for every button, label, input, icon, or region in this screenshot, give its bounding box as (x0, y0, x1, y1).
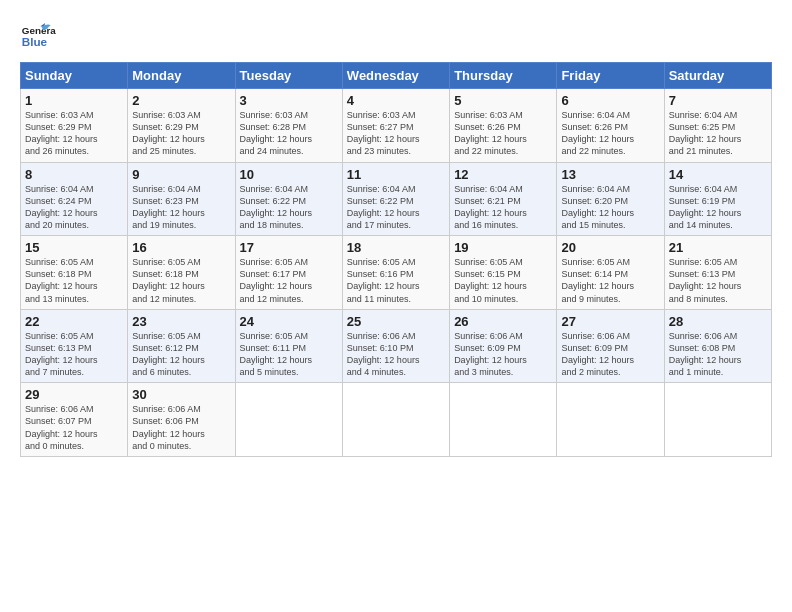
day-number: 24 (240, 314, 338, 329)
header-cell-tuesday: Tuesday (235, 63, 342, 89)
day-info: Sunrise: 6:03 AMSunset: 6:28 PMDaylight:… (240, 109, 338, 158)
day-cell: 8Sunrise: 6:04 AMSunset: 6:24 PMDaylight… (21, 162, 128, 236)
day-number: 9 (132, 167, 230, 182)
day-info: Sunrise: 6:05 AMSunset: 6:13 PMDaylight:… (669, 256, 767, 305)
day-cell: 5Sunrise: 6:03 AMSunset: 6:26 PMDaylight… (450, 89, 557, 163)
day-cell (557, 383, 664, 457)
svg-text:Blue: Blue (22, 35, 48, 48)
day-info: Sunrise: 6:06 AMSunset: 6:06 PMDaylight:… (132, 403, 230, 452)
day-cell: 18Sunrise: 6:05 AMSunset: 6:16 PMDayligh… (342, 236, 449, 310)
day-info: Sunrise: 6:05 AMSunset: 6:14 PMDaylight:… (561, 256, 659, 305)
day-number: 17 (240, 240, 338, 255)
day-cell: 14Sunrise: 6:04 AMSunset: 6:19 PMDayligh… (664, 162, 771, 236)
day-info: Sunrise: 6:03 AMSunset: 6:29 PMDaylight:… (25, 109, 123, 158)
day-cell: 20Sunrise: 6:05 AMSunset: 6:14 PMDayligh… (557, 236, 664, 310)
day-number: 11 (347, 167, 445, 182)
day-cell: 21Sunrise: 6:05 AMSunset: 6:13 PMDayligh… (664, 236, 771, 310)
day-info: Sunrise: 6:06 AMSunset: 6:09 PMDaylight:… (561, 330, 659, 379)
day-cell: 15Sunrise: 6:05 AMSunset: 6:18 PMDayligh… (21, 236, 128, 310)
day-number: 22 (25, 314, 123, 329)
day-number: 2 (132, 93, 230, 108)
day-number: 19 (454, 240, 552, 255)
header: General Blue (20, 18, 772, 54)
day-cell: 2Sunrise: 6:03 AMSunset: 6:29 PMDaylight… (128, 89, 235, 163)
day-cell: 26Sunrise: 6:06 AMSunset: 6:09 PMDayligh… (450, 309, 557, 383)
day-cell: 28Sunrise: 6:06 AMSunset: 6:08 PMDayligh… (664, 309, 771, 383)
day-info: Sunrise: 6:05 AMSunset: 6:12 PMDaylight:… (132, 330, 230, 379)
page: General Blue SundayMondayTuesdayWednesda… (0, 0, 792, 467)
day-number: 20 (561, 240, 659, 255)
day-info: Sunrise: 6:06 AMSunset: 6:10 PMDaylight:… (347, 330, 445, 379)
day-number: 4 (347, 93, 445, 108)
header-cell-saturday: Saturday (664, 63, 771, 89)
day-number: 16 (132, 240, 230, 255)
day-info: Sunrise: 6:04 AMSunset: 6:25 PMDaylight:… (669, 109, 767, 158)
day-info: Sunrise: 6:04 AMSunset: 6:21 PMDaylight:… (454, 183, 552, 232)
week-row: 29Sunrise: 6:06 AMSunset: 6:07 PMDayligh… (21, 383, 772, 457)
day-cell: 1Sunrise: 6:03 AMSunset: 6:29 PMDaylight… (21, 89, 128, 163)
day-number: 6 (561, 93, 659, 108)
day-info: Sunrise: 6:06 AMSunset: 6:09 PMDaylight:… (454, 330, 552, 379)
week-row: 15Sunrise: 6:05 AMSunset: 6:18 PMDayligh… (21, 236, 772, 310)
day-number: 12 (454, 167, 552, 182)
header-cell-wednesday: Wednesday (342, 63, 449, 89)
day-cell: 24Sunrise: 6:05 AMSunset: 6:11 PMDayligh… (235, 309, 342, 383)
day-cell: 9Sunrise: 6:04 AMSunset: 6:23 PMDaylight… (128, 162, 235, 236)
week-row: 22Sunrise: 6:05 AMSunset: 6:13 PMDayligh… (21, 309, 772, 383)
day-number: 25 (347, 314, 445, 329)
day-info: Sunrise: 6:04 AMSunset: 6:22 PMDaylight:… (240, 183, 338, 232)
logo: General Blue (20, 18, 60, 54)
day-number: 15 (25, 240, 123, 255)
day-cell: 19Sunrise: 6:05 AMSunset: 6:15 PMDayligh… (450, 236, 557, 310)
day-cell: 13Sunrise: 6:04 AMSunset: 6:20 PMDayligh… (557, 162, 664, 236)
day-info: Sunrise: 6:05 AMSunset: 6:18 PMDaylight:… (25, 256, 123, 305)
header-cell-monday: Monday (128, 63, 235, 89)
day-number: 23 (132, 314, 230, 329)
calendar-table: SundayMondayTuesdayWednesdayThursdayFrid… (20, 62, 772, 457)
header-cell-friday: Friday (557, 63, 664, 89)
day-info: Sunrise: 6:03 AMSunset: 6:27 PMDaylight:… (347, 109, 445, 158)
day-cell: 12Sunrise: 6:04 AMSunset: 6:21 PMDayligh… (450, 162, 557, 236)
day-info: Sunrise: 6:06 AMSunset: 6:07 PMDaylight:… (25, 403, 123, 452)
day-info: Sunrise: 6:05 AMSunset: 6:17 PMDaylight:… (240, 256, 338, 305)
day-cell: 7Sunrise: 6:04 AMSunset: 6:25 PMDaylight… (664, 89, 771, 163)
week-row: 8Sunrise: 6:04 AMSunset: 6:24 PMDaylight… (21, 162, 772, 236)
day-info: Sunrise: 6:06 AMSunset: 6:08 PMDaylight:… (669, 330, 767, 379)
header-cell-thursday: Thursday (450, 63, 557, 89)
day-cell: 30Sunrise: 6:06 AMSunset: 6:06 PMDayligh… (128, 383, 235, 457)
day-number: 5 (454, 93, 552, 108)
day-info: Sunrise: 6:05 AMSunset: 6:13 PMDaylight:… (25, 330, 123, 379)
day-info: Sunrise: 6:05 AMSunset: 6:15 PMDaylight:… (454, 256, 552, 305)
day-info: Sunrise: 6:03 AMSunset: 6:26 PMDaylight:… (454, 109, 552, 158)
day-number: 3 (240, 93, 338, 108)
day-cell (235, 383, 342, 457)
day-info: Sunrise: 6:03 AMSunset: 6:29 PMDaylight:… (132, 109, 230, 158)
day-info: Sunrise: 6:04 AMSunset: 6:23 PMDaylight:… (132, 183, 230, 232)
day-number: 27 (561, 314, 659, 329)
day-number: 29 (25, 387, 123, 402)
day-info: Sunrise: 6:04 AMSunset: 6:26 PMDaylight:… (561, 109, 659, 158)
day-cell (664, 383, 771, 457)
day-number: 21 (669, 240, 767, 255)
day-info: Sunrise: 6:04 AMSunset: 6:19 PMDaylight:… (669, 183, 767, 232)
day-number: 30 (132, 387, 230, 402)
day-cell (450, 383, 557, 457)
day-cell: 27Sunrise: 6:06 AMSunset: 6:09 PMDayligh… (557, 309, 664, 383)
day-cell: 17Sunrise: 6:05 AMSunset: 6:17 PMDayligh… (235, 236, 342, 310)
day-info: Sunrise: 6:04 AMSunset: 6:20 PMDaylight:… (561, 183, 659, 232)
day-info: Sunrise: 6:04 AMSunset: 6:24 PMDaylight:… (25, 183, 123, 232)
day-number: 8 (25, 167, 123, 182)
day-number: 18 (347, 240, 445, 255)
day-info: Sunrise: 6:05 AMSunset: 6:18 PMDaylight:… (132, 256, 230, 305)
header-cell-sunday: Sunday (21, 63, 128, 89)
day-cell: 16Sunrise: 6:05 AMSunset: 6:18 PMDayligh… (128, 236, 235, 310)
day-number: 7 (669, 93, 767, 108)
day-number: 28 (669, 314, 767, 329)
day-cell: 25Sunrise: 6:06 AMSunset: 6:10 PMDayligh… (342, 309, 449, 383)
day-info: Sunrise: 6:05 AMSunset: 6:16 PMDaylight:… (347, 256, 445, 305)
header-row: SundayMondayTuesdayWednesdayThursdayFrid… (21, 63, 772, 89)
day-cell: 22Sunrise: 6:05 AMSunset: 6:13 PMDayligh… (21, 309, 128, 383)
logo-icon: General Blue (20, 18, 56, 54)
day-cell: 4Sunrise: 6:03 AMSunset: 6:27 PMDaylight… (342, 89, 449, 163)
day-info: Sunrise: 6:05 AMSunset: 6:11 PMDaylight:… (240, 330, 338, 379)
